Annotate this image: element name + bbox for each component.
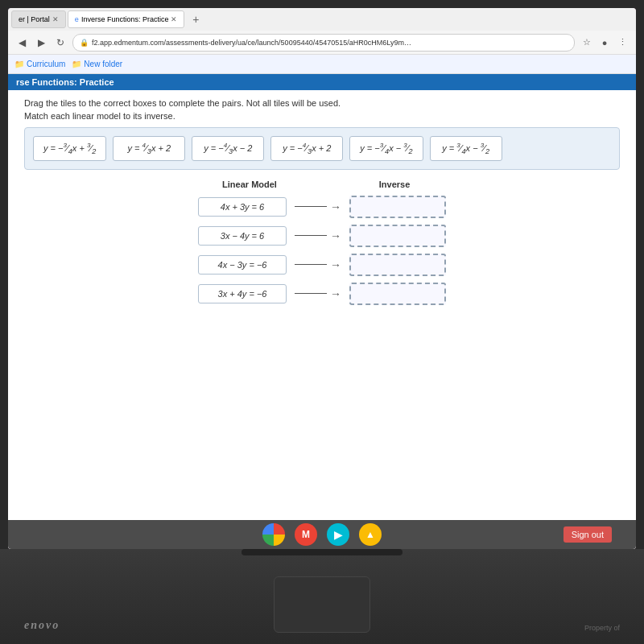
table-row: 4x − 3y = −6 → [24,254,620,276]
screen-area: er | Portal ✕ e Inverse Functions: Pract… [8,8,636,549]
arrow-1: → [330,200,341,213]
edmentum-tab-icon: e [75,15,79,23]
page-title: rse Functions: Practice [16,77,114,87]
drop-box-3[interactable] [349,254,446,276]
equation-1: 4x + 3y = 6 [198,197,287,217]
address-bar[interactable]: 🔒 f2.app.edmentum.com/assessments-delive… [72,34,575,52]
sign-out-button[interactable]: Sign out [564,526,612,543]
forward-button[interactable]: ▶ [34,35,48,50]
play-icon[interactable]: ▶ [327,523,349,546]
arrow-4: → [330,287,341,300]
table-row: 3x − 4y = 6 → [24,225,620,247]
tile-2[interactable]: y = 4⁄3x + 2 [113,136,185,161]
bookmark-new-folder[interactable]: 📁 New folder [72,60,122,68]
lock-icon: 🔒 [80,39,89,47]
edmentum-tab-label: Inverse Functions: Practice [81,15,169,23]
equation-4: 3x + 4y = −6 [198,284,287,303]
arrow-3: → [330,258,341,271]
bookmark-curriculum[interactable]: 📁 Curriculum [14,60,65,68]
match-table: Linear Model Inverse 4x + 3y = 6 → [24,180,620,305]
tile-5[interactable]: y = −3⁄4x − 3⁄2 [349,136,423,161]
drive-icon[interactable]: ▲ [359,523,382,546]
profile-button[interactable]: ● [597,35,612,50]
equation-3: 4x − 3y = −6 [198,255,287,275]
taskbar-app-portal[interactable]: er | Portal ✕ [11,10,66,28]
table-row: 3x + 4y = −6 → [24,283,620,305]
drop-box-4[interactable] [349,283,446,305]
more-options-button[interactable]: ⋮ [615,35,630,50]
taskbar-app-edmentum[interactable]: e Inverse Functions: Practice ✕ [68,10,185,28]
new-tab-button[interactable]: + [186,10,205,29]
new-folder-icon: 📁 [72,60,81,68]
lenovo-brand-label: enovo [24,619,60,632]
tile-3[interactable]: y = −4⁄3x − 2 [192,136,264,161]
new-folder-label: New folder [84,60,122,68]
curriculum-icon: 📁 [14,60,24,68]
inverse-header: Inverse [354,180,435,189]
back-button[interactable]: ◀ [14,35,29,50]
tile-6[interactable]: y = 3⁄4x − 3⁄2 [430,136,502,161]
taskbar-top: er | Portal ✕ e Inverse Functions: Pract… [8,8,636,31]
chromebook-bar: M ▶ ▲ Sign out [8,520,636,549]
browser-toolbar-icons: ☆ ● ⋮ [580,35,630,50]
portal-tab-close[interactable]: ✕ [52,15,59,23]
desktop-bg: er | Portal ✕ e Inverse Functions: Pract… [8,8,636,549]
page-header: rse Functions: Practice [8,74,636,90]
bookmarks-bar: 📁 Curriculum 📁 New folder [8,55,636,74]
browser-window: ◀ ▶ ↻ 🔒 f2.app.edmentum.com/assessments-… [8,31,636,549]
instruction-line2: Match each linear model to its inverse. [24,111,620,121]
tiles-container: y = −3⁄4x + 3⁄2 y = 4⁄3x + 2 y = −4⁄3x −… [24,127,620,170]
property-label: Property of [584,624,620,632]
page-content: Drag the tiles to the correct boxes to c… [8,90,636,549]
laptop-touchpad[interactable] [274,576,370,633]
url-text: f2.app.edmentum.com/assessments-delivery… [92,39,414,47]
tile-1[interactable]: y = −3⁄4x + 3⁄2 [33,136,106,161]
curriculum-label: Curriculum [27,60,65,68]
laptop-hinge [242,549,402,555]
portal-tab-label: er | Portal [19,15,50,23]
drop-box-2[interactable] [349,225,446,247]
table-row: 4x + 3y = 6 → [24,196,620,218]
table-headers: Linear Model Inverse [24,180,620,189]
arrow-2: → [330,229,341,242]
laptop-outer: er | Portal ✕ e Inverse Functions: Pract… [0,0,644,644]
laptop-base: enovo Property of [0,549,644,645]
address-bar-row: ◀ ▶ ↻ 🔒 f2.app.edmentum.com/assessments-… [8,31,636,55]
tile-4[interactable]: y = −4⁄3x + 2 [270,136,343,161]
gmail-icon[interactable]: M [295,523,317,546]
linear-model-header: Linear Model [209,180,290,189]
drop-box-1[interactable] [349,196,446,218]
bookmark-star-button[interactable]: ☆ [580,35,594,50]
chrome-icon[interactable] [262,523,285,546]
instruction-line1: Drag the tiles to the correct boxes to c… [24,98,620,108]
edmentum-tab-close[interactable]: ✕ [171,15,177,23]
refresh-button[interactable]: ↻ [53,35,68,50]
equation-2: 3x − 4y = 6 [198,226,287,246]
